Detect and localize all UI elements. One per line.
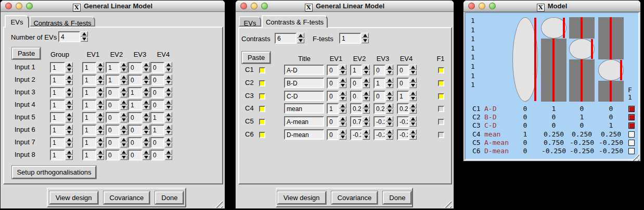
spin-up-button[interactable] <box>120 137 127 142</box>
spin-up-button[interactable] <box>363 103 370 108</box>
spin-up-button[interactable] <box>339 65 346 70</box>
spin-entry[interactable]: 0 <box>150 75 164 85</box>
spin-entry[interactable]: 1 <box>50 137 65 148</box>
spin-entry[interactable]: 1 <box>50 112 65 123</box>
spin-down-button[interactable] <box>143 80 150 85</box>
spin-up-button[interactable] <box>409 78 417 83</box>
spin-entry[interactable]: 1 <box>50 150 65 160</box>
spin-up-button[interactable] <box>339 78 346 83</box>
spin-entry[interactable]: 0 <box>106 112 120 123</box>
contrast-enable-checkbox[interactable] <box>259 119 265 125</box>
contrast-title-entry[interactable]: B-D <box>284 78 324 88</box>
done-button[interactable]: Done <box>383 191 411 204</box>
spin-down-button[interactable] <box>386 70 393 76</box>
spin-up-button[interactable] <box>409 116 417 121</box>
spin-entry[interactable]: 0 <box>327 116 339 127</box>
contrast-enable-checkbox[interactable] <box>259 106 265 112</box>
spin-down-button[interactable] <box>120 118 127 123</box>
titlebar[interactable]: XModel <box>463 1 640 12</box>
spin-up-button[interactable] <box>165 75 172 80</box>
spin-entry[interactable]: 0 <box>128 112 142 123</box>
spin-down-button[interactable] <box>97 93 104 98</box>
spin-up-button[interactable] <box>386 129 393 134</box>
contrast-title-entry[interactable]: A-mean <box>284 116 324 127</box>
titlebar[interactable]: XGeneral Linear Model <box>1 1 225 12</box>
spin-up-button[interactable] <box>143 125 150 130</box>
spin-down-button[interactable] <box>339 83 346 89</box>
spin-down-button[interactable] <box>165 130 172 135</box>
spin-down-button[interactable] <box>81 37 88 42</box>
spin-entry[interactable]: -0.2 <box>373 116 385 127</box>
spin-entry[interactable]: 0 <box>128 125 142 135</box>
spin-entry[interactable]: 0.25 <box>397 103 409 114</box>
spin-up-button[interactable] <box>409 91 417 96</box>
spin-up-button[interactable] <box>409 103 417 108</box>
spin-entry[interactable]: -0.2 <box>397 116 409 127</box>
spin-down-button[interactable] <box>165 80 172 85</box>
contrast-enable-checkbox[interactable] <box>259 80 265 87</box>
spin-entry[interactable]: 1 <box>350 65 362 76</box>
spin-up-button[interactable] <box>165 125 172 130</box>
spin-entry[interactable]: 0 <box>150 87 164 98</box>
spin-up-button[interactable] <box>165 87 172 92</box>
spin-down-button[interactable] <box>143 105 150 110</box>
spin-down-button[interactable] <box>409 135 417 140</box>
spin-entry[interactable]: 1 <box>327 103 339 114</box>
spin-entry[interactable]: 1 <box>150 125 164 135</box>
spin-entry[interactable]: 1 <box>82 112 96 123</box>
spin-down-button[interactable] <box>143 118 150 123</box>
spin-up-button[interactable] <box>97 75 104 80</box>
spin-entry[interactable]: 0 <box>150 62 164 73</box>
spin-up-button[interactable] <box>120 112 127 117</box>
spin-up-button[interactable] <box>363 91 370 96</box>
spin-entry[interactable]: 0 <box>106 150 120 160</box>
spin-entry[interactable]: 0 <box>327 91 339 102</box>
done-button[interactable]: Done <box>155 191 184 204</box>
spin-up-button[interactable] <box>97 100 104 105</box>
spin-up-button[interactable] <box>363 129 370 134</box>
spin-down-button[interactable] <box>120 93 127 98</box>
spin-entry[interactable]: 0 <box>327 129 339 140</box>
spin-entry[interactable]: 1 <box>82 87 96 98</box>
spin-up-button[interactable] <box>143 75 150 80</box>
spin-entry[interactable]: 1 <box>82 100 96 110</box>
titlebar[interactable]: XGeneral Linear Model <box>236 1 454 12</box>
spin-entry[interactable]: 0 <box>128 75 142 85</box>
spin-down-button[interactable] <box>363 83 370 89</box>
paste-button[interactable]: Paste <box>12 47 41 59</box>
spin-entry[interactable]: 0 <box>327 65 339 76</box>
spin-down-button[interactable] <box>120 105 127 110</box>
tab-evs[interactable]: EVs <box>5 15 29 28</box>
spin-down-button[interactable] <box>297 39 304 44</box>
ftest-membership-checkbox[interactable] <box>438 119 444 125</box>
spin-up-button[interactable] <box>386 65 393 70</box>
spin-entry[interactable]: 1 <box>397 91 409 102</box>
spin-up-button[interactable] <box>66 75 73 80</box>
tab-contrasts-ftests[interactable]: Contrasts & F-tests <box>30 16 95 27</box>
spin-up-button[interactable] <box>143 150 150 155</box>
spin-up-button[interactable] <box>120 125 127 130</box>
ftest-membership-checkbox[interactable] <box>438 67 444 73</box>
spin-entry[interactable]: 0 <box>150 137 164 148</box>
tab-evs[interactable]: EVs <box>239 16 261 27</box>
spin-down-button[interactable] <box>66 143 73 148</box>
spin-down-button[interactable] <box>143 68 150 73</box>
spin-down-button[interactable] <box>363 122 370 127</box>
spin-up-button[interactable] <box>66 137 73 142</box>
spin-up-button[interactable] <box>81 31 88 36</box>
spin-down-button[interactable] <box>339 70 346 76</box>
spin-down-button[interactable] <box>363 96 370 102</box>
spin-up-button[interactable] <box>120 62 127 67</box>
spin-down-button[interactable] <box>165 118 172 123</box>
spin-down-button[interactable] <box>66 105 73 110</box>
contrast-title-entry[interactable]: A-D <box>284 65 324 75</box>
spin-down-button[interactable] <box>165 68 172 73</box>
spin-up-button[interactable] <box>363 65 370 70</box>
spin-entry[interactable]: 1 <box>50 125 65 135</box>
spin-up-button[interactable] <box>339 103 346 108</box>
spin-down-button[interactable] <box>97 143 104 148</box>
view-design-button[interactable]: View design <box>277 191 326 204</box>
spin-up-button[interactable] <box>120 75 127 80</box>
spin-entry[interactable]: 0 <box>128 137 142 148</box>
contrasts-entry[interactable]: 6 <box>275 33 297 44</box>
